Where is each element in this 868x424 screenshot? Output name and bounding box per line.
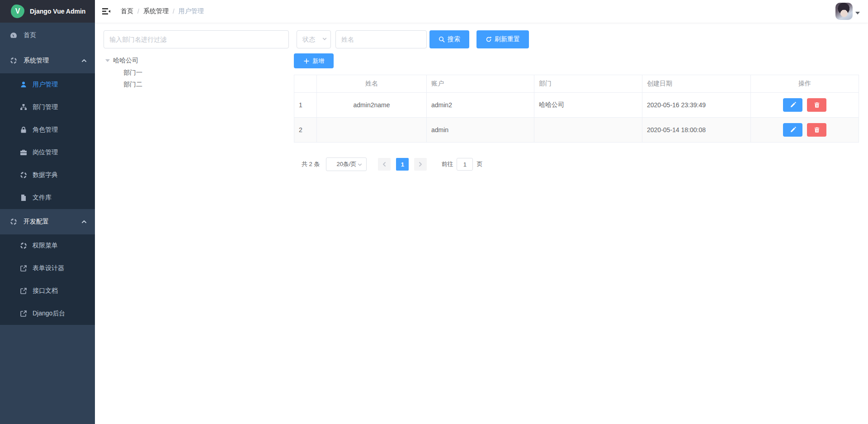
submenu-system: 用户管理 部门管理 角色管理 岗位管理 数据字典 文件库 xyxy=(0,73,95,209)
config-icon xyxy=(10,218,17,225)
main-content: 哈哈公司 部门一 部门二 搜索 刷新重置 xyxy=(95,23,868,424)
cell-actions xyxy=(751,118,859,143)
tree-expand-icon[interactable] xyxy=(105,59,110,62)
sidebar-item-home[interactable]: 首页 xyxy=(0,23,95,48)
status-select-input[interactable] xyxy=(297,30,331,48)
edit-button[interactable] xyxy=(783,123,802,137)
breadcrumb-home[interactable]: 首页 xyxy=(121,7,133,15)
filter-row: 搜索 刷新重置 xyxy=(294,30,859,48)
sidebar-item-django-admin[interactable]: Django后台 xyxy=(0,302,95,325)
breadcrumb-separator: / xyxy=(137,8,139,15)
lock-icon xyxy=(20,126,27,133)
cell-created: 2020-05-16 23:39:49 xyxy=(642,93,751,118)
next-page-button[interactable] xyxy=(414,158,427,171)
sidebar-group-label: 系统管理 xyxy=(24,57,49,65)
col-header-account: 账户 xyxy=(427,75,534,93)
page-size-value: 20条/页 xyxy=(336,160,356,168)
file-icon xyxy=(20,194,27,201)
external-link-icon xyxy=(20,265,27,272)
sidebar-item-files[interactable]: 文件库 xyxy=(0,186,95,209)
permission-icon xyxy=(20,242,27,249)
chevron-right-icon xyxy=(418,162,423,167)
tree-node-dept2[interactable]: 部门二 xyxy=(104,78,289,90)
sidebar-item-label: 表单设计器 xyxy=(33,264,64,272)
chevron-up-icon xyxy=(81,219,87,224)
topbar-user-area xyxy=(835,3,860,20)
sidebar-item-permission-menu[interactable]: 权限菜单 xyxy=(0,234,95,257)
breadcrumb-separator: / xyxy=(173,8,175,15)
goto-page-input[interactable] xyxy=(457,158,473,171)
sidebar-item-label: 岗位管理 xyxy=(33,148,58,157)
cell-account: admin2 xyxy=(427,93,534,118)
dict-icon xyxy=(20,172,27,179)
col-header-index xyxy=(294,75,317,93)
cell-created: 2020-05-14 18:00:08 xyxy=(642,118,751,143)
external-link-icon xyxy=(20,287,27,295)
delete-button[interactable] xyxy=(807,98,826,112)
trash-icon xyxy=(814,102,820,108)
sidebar-item-label: 文件库 xyxy=(33,194,52,202)
page-size-select[interactable]: 20条/页 xyxy=(326,157,367,171)
search-icon xyxy=(439,36,445,43)
logo-letter: V xyxy=(15,7,20,15)
search-button[interactable]: 搜索 xyxy=(429,30,469,48)
refresh-icon xyxy=(486,36,492,43)
table-row: 1 admin2name admin2 哈哈公司 2020-05-16 23:3… xyxy=(294,93,859,118)
cell-index: 2 xyxy=(294,118,317,143)
sidebar-item-label: 角色管理 xyxy=(33,126,58,134)
sidebar-item-label: 权限菜单 xyxy=(33,242,58,250)
component-icon xyxy=(10,57,17,64)
app-logo[interactable]: V Django Vue Admin xyxy=(0,0,95,23)
prev-page-button[interactable] xyxy=(378,158,391,171)
pencil-icon xyxy=(790,127,796,133)
sidebar-item-roles[interactable]: 角色管理 xyxy=(0,119,95,141)
topbar: 首页 / 系统管理 / 用户管理 xyxy=(95,0,868,23)
sidebar-item-users[interactable]: 用户管理 xyxy=(0,73,95,96)
add-button[interactable]: 新增 xyxy=(294,53,334,68)
col-header-created: 创建日期 xyxy=(642,75,751,93)
breadcrumb: 首页 / 系统管理 / 用户管理 xyxy=(121,7,204,15)
sidebar-item-dictionary[interactable]: 数据字典 xyxy=(0,164,95,186)
breadcrumb-system[interactable]: 系统管理 xyxy=(143,7,169,15)
col-header-name: 姓名 xyxy=(317,75,427,93)
users-table: 姓名 账户 部门 创建日期 操作 1 admin2name admin2 哈哈公… xyxy=(294,75,859,143)
briefcase-icon xyxy=(20,149,27,156)
status-select[interactable] xyxy=(297,30,331,48)
page-number-button[interactable]: 1 xyxy=(396,158,409,171)
table-header-row: 姓名 账户 部门 创建日期 操作 xyxy=(294,75,859,93)
tree-node-dept1[interactable]: 部门一 xyxy=(104,67,289,78)
refresh-reset-button[interactable]: 刷新重置 xyxy=(476,30,529,48)
user-avatar[interactable] xyxy=(835,3,853,20)
pencil-icon xyxy=(790,102,796,108)
cell-index: 1 xyxy=(294,93,317,118)
sidebar-item-api-docs[interactable]: 接口文档 xyxy=(0,280,95,302)
cell-name: admin2name xyxy=(317,93,427,118)
pagination: 共 2 条 20条/页 1 前往 页 xyxy=(294,157,859,171)
sidebar-group-dev[interactable]: 开发配置 xyxy=(0,209,95,234)
sidebar-item-label: Django后台 xyxy=(33,310,65,318)
edit-button[interactable] xyxy=(783,98,802,112)
sidebar-item-positions[interactable]: 岗位管理 xyxy=(0,141,95,164)
name-filter-input[interactable] xyxy=(335,30,427,48)
sidebar-group-system[interactable]: 系统管理 xyxy=(0,48,95,73)
cell-name xyxy=(317,118,427,143)
department-panel: 哈哈公司 部门一 部门二 xyxy=(104,30,289,171)
department-filter-input[interactable] xyxy=(104,30,289,48)
sidebar-group-label: 开发配置 xyxy=(24,218,49,226)
sidebar-item-label: 接口文档 xyxy=(33,287,58,295)
tree-node-company[interactable]: 哈哈公司 xyxy=(104,55,289,67)
sidebar-item-label: 首页 xyxy=(24,31,36,39)
tree-node-label: 哈哈公司 xyxy=(113,57,138,65)
col-header-actions: 操作 xyxy=(751,75,859,93)
sidebar-item-label: 用户管理 xyxy=(33,81,58,89)
sidebar-item-form-designer[interactable]: 表单设计器 xyxy=(0,257,95,280)
hamburger-icon[interactable] xyxy=(102,7,111,16)
caret-down-icon[interactable] xyxy=(855,12,860,14)
dashboard-icon xyxy=(10,32,17,39)
chevron-left-icon xyxy=(382,162,387,167)
delete-button[interactable] xyxy=(807,123,826,137)
sidebar-item-departments[interactable]: 部门管理 xyxy=(0,96,95,119)
chevron-up-icon xyxy=(81,58,87,63)
breadcrumb-current: 用户管理 xyxy=(179,7,204,15)
cell-dept: 哈哈公司 xyxy=(534,93,642,118)
